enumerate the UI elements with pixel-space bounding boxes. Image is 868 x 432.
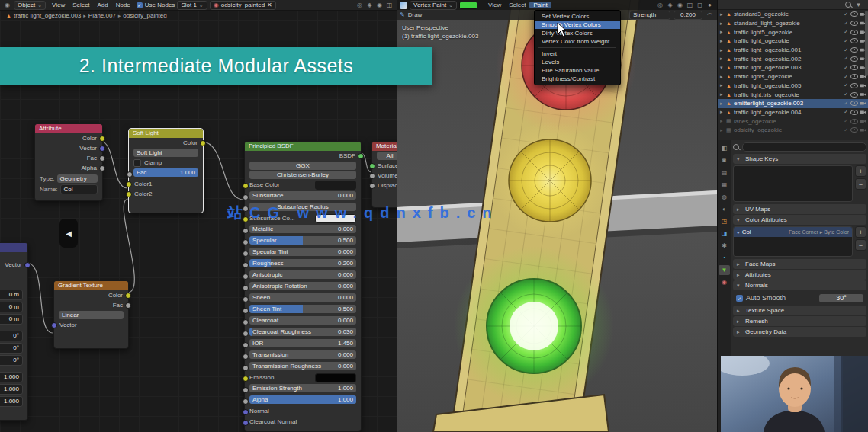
collapse-region-arrow[interactable]: ◀	[59, 219, 78, 248]
socket[interactable]	[243, 206, 249, 212]
snap-magnet-icon[interactable]: ◈	[365, 1, 374, 9]
socket[interactable]	[243, 183, 249, 189]
section-texture-space[interactable]: ▸Texture Space	[733, 306, 866, 315]
strength-label-field[interactable]: Strength	[629, 11, 670, 20]
node-attribute-header[interactable]: Attribute	[35, 124, 102, 133]
outliner-row[interactable]: ▸▲emitterlight_ogezokie.003✓	[718, 99, 868, 108]
color-attributes-list[interactable]: ●ColFace Corner ▸ Byte Color	[733, 226, 853, 257]
proportional-edit-icon[interactable]: ◉	[375, 1, 384, 9]
render-camera-icon[interactable]	[860, 119, 866, 123]
socket[interactable]	[243, 409, 249, 415]
param-slider[interactable]: Anisotropic Rotation0.000	[249, 282, 356, 290]
outliner-row[interactable]: ▾▲traffic light_ogezokie.003✓	[718, 63, 868, 72]
node-soft-light-header[interactable]: Soft Light	[129, 129, 203, 138]
add-button[interactable]: +	[855, 226, 866, 238]
auto-smooth-checkbox[interactable]: ✓	[736, 295, 743, 302]
paint-menu-item-dirty-vertex-colors[interactable]: Dirty Vertex Colors	[535, 29, 620, 37]
node-material-output[interactable]: Material AllSurfaceVolumeDisplacement	[371, 141, 397, 208]
selectable-checkbox-icon[interactable]: ✓	[844, 118, 848, 124]
material-target-dropdown[interactable]: All	[377, 152, 397, 160]
outliner-row[interactable]: ▸▲standard_light_ogezokie✓	[718, 19, 868, 28]
socket[interactable]	[243, 251, 249, 257]
color-swatch[interactable]	[315, 373, 356, 382]
transform-orientation-icon[interactable]: ◎	[656, 1, 664, 9]
socket[interactable]	[51, 322, 57, 328]
outliner-row[interactable]: ▸▲traffic light_ogezokie.005✓	[718, 82, 868, 91]
selectable-checkbox-icon[interactable]: ✓	[844, 11, 848, 18]
outliner-row[interactable]: ▸▦lanes_ogezokie✓	[718, 117, 868, 126]
socket[interactable]	[243, 274, 249, 280]
socket[interactable]	[243, 376, 249, 382]
paint-menu-item-hue-saturation-value[interactable]: Hue Saturation Value	[535, 66, 620, 75]
socket[interactable]	[243, 216, 249, 222]
selectable-checkbox-icon[interactable]: ✓	[844, 74, 848, 80]
socket[interactable]	[127, 171, 133, 178]
fac-slider[interactable]: Fac 1.000	[133, 168, 198, 177]
visibility-eye-icon[interactable]	[850, 30, 858, 35]
node-principled-header[interactable]: Principled BSDF	[245, 142, 361, 151]
section-shape-keys[interactable]: ▾Shape Keys	[733, 154, 866, 164]
attribute-name-input[interactable]: Col	[60, 184, 98, 194]
socket[interactable]	[200, 140, 206, 146]
mapping-scale-field[interactable]: 1.000	[0, 372, 23, 382]
visibility-eye-icon[interactable]	[850, 119, 858, 124]
socket[interactable]	[125, 293, 131, 299]
mapping-location-field[interactable]: 0 m	[0, 290, 23, 300]
socket[interactable]	[126, 181, 132, 187]
mapping-scale-field[interactable]: 1.000	[0, 396, 23, 407]
socket[interactable]	[243, 420, 249, 426]
socket[interactable]	[243, 331, 249, 337]
param-slider[interactable]: Specular Tint0.000	[249, 248, 356, 256]
viewport-shading-icon[interactable]: ●	[706, 1, 714, 9]
socket[interactable]	[24, 262, 31, 268]
socket[interactable]	[243, 319, 249, 325]
visibility-eye-icon[interactable]	[850, 101, 858, 106]
menu-select[interactable]: Select	[69, 2, 93, 8]
socket[interactable]	[99, 155, 105, 162]
overlays-icon[interactable]: ◫	[385, 1, 394, 9]
overlays-icon[interactable]: ◫	[686, 1, 694, 9]
snap-magnet-icon[interactable]: ◈	[666, 1, 674, 9]
socket[interactable]	[243, 228, 249, 234]
remove-button[interactable]: −	[855, 178, 866, 190]
section-color-attributes[interactable]: ▾Color Attributes	[733, 215, 866, 225]
mapping-location-field[interactable]: 0 m	[0, 302, 23, 312]
selectable-checkbox-icon[interactable]: ✓	[844, 101, 848, 107]
socket[interactable]	[243, 354, 249, 360]
tab-modifiers[interactable]: ◨	[719, 229, 730, 238]
viewport-3d[interactable]: Vertex Paint ⌄ ViewSelectPaint ◎◈◉◫◻● ✎ …	[397, 0, 717, 432]
socket[interactable]	[99, 146, 105, 152]
editor-type-icon[interactable]: ◉	[3, 1, 11, 9]
falloff-icon[interactable]: ◠	[706, 11, 714, 19]
socket[interactable]	[99, 165, 105, 171]
visibility-eye-icon[interactable]	[850, 38, 858, 43]
tab-render[interactable]: ◙	[719, 155, 730, 165]
distribution-dropdown[interactable]: GGX	[249, 162, 356, 170]
node-material-output-header[interactable]: Material	[372, 142, 397, 151]
render-camera-icon[interactable]	[860, 110, 866, 114]
socket[interactable]	[369, 173, 375, 179]
socket[interactable]	[126, 191, 132, 197]
selectable-checkbox-icon[interactable]: ✓	[844, 65, 848, 71]
node-mapping-header[interactable]	[0, 243, 27, 252]
socket[interactable]	[243, 262, 249, 268]
paint-menu-item-brightness-contrast[interactable]: Brightness/Contrast	[535, 75, 620, 83]
outliner-row[interactable]: ▸▲traffic light_ogezokie.001✓	[718, 46, 868, 55]
color-swatch[interactable]	[315, 214, 356, 223]
visibility-eye-icon[interactable]	[850, 74, 858, 79]
socket[interactable]	[243, 194, 249, 200]
section-normals[interactable]: ▾Normals	[733, 280, 866, 290]
gradient-interpolation-dropdown[interactable]: Linear	[59, 311, 124, 319]
node-mix-soft-light[interactable]: Soft Light Color Soft Light Clamp Fac 1.…	[128, 128, 204, 213]
node-principled-bsdf[interactable]: Principled BSDF BSDF GGX Christensen-Bur…	[244, 141, 362, 432]
section-attributes[interactable]: ▸Attributes	[733, 270, 866, 280]
brush-color-swatch[interactable]	[459, 2, 477, 9]
outliner-row[interactable]: ▸▲traffic light_ogezokie.004✓	[718, 108, 868, 117]
socket[interactable]	[243, 308, 249, 314]
param-slider[interactable]: Alpha1.000	[249, 395, 356, 404]
clamp-checkbox[interactable]	[133, 159, 141, 167]
search-icon[interactable]	[845, 2, 851, 8]
blend-mode-dropdown[interactable]: Soft Light	[133, 149, 198, 157]
outliner-row[interactable]: ▸▲standard3_ogezokie✓	[718, 10, 868, 19]
use-nodes-checkbox[interactable]: ✓	[137, 2, 143, 8]
